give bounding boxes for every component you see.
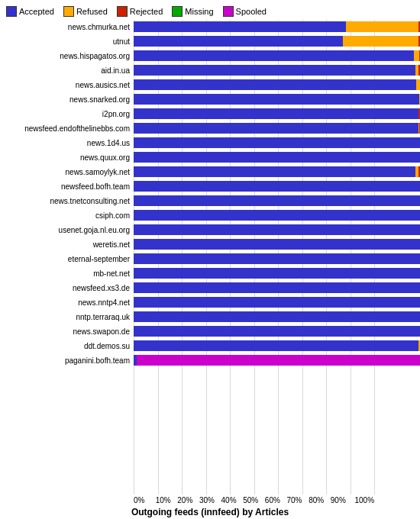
bar-track xyxy=(134,79,420,90)
x-axis-tick: 90% xyxy=(331,496,353,504)
table-row: news.nntp4.net76466 xyxy=(0,295,420,309)
x-axis-tick: 30% xyxy=(199,496,221,504)
bar-label: news.1d4.us xyxy=(0,139,134,147)
x-axis-tick: 20% xyxy=(177,496,199,504)
bar-track xyxy=(134,282,420,293)
bar-area: 69287 xyxy=(134,195,420,206)
x-axis-tick: 70% xyxy=(286,496,309,504)
table-row: news.hispagatos.org7638200 xyxy=(0,49,420,63)
bar-label: utnut xyxy=(0,37,134,46)
legend-item-refused: Refused xyxy=(63,6,108,17)
legend-color-missing xyxy=(172,6,183,17)
legend-item-missing: Missing xyxy=(172,6,213,17)
bar-track xyxy=(134,123,420,134)
bar-area: 8420 xyxy=(134,326,420,337)
legend-color-rejected xyxy=(117,6,128,17)
bar-segment-accepted xyxy=(134,79,416,90)
chart-title: Outgoing feeds (innfeed) by Articles xyxy=(0,504,420,519)
bar-segment-accepted xyxy=(134,21,346,32)
bar-track xyxy=(134,166,420,177)
bar-segment-accepted xyxy=(134,340,418,351)
bar-area: 67407 xyxy=(134,282,420,293)
bar-track xyxy=(134,36,420,47)
table-row: usenet.goja.nl.eu.org59757 xyxy=(0,223,420,237)
bar-area: 59757 xyxy=(134,224,420,235)
bar-track xyxy=(134,181,420,192)
bar-segment-accepted xyxy=(134,224,420,235)
table-row: news.samoylyk.net534771 xyxy=(0,165,420,179)
bar-area: 67323114 xyxy=(134,21,420,32)
bar-label: csiph.com xyxy=(0,211,134,220)
bar-track xyxy=(134,253,420,264)
bar-area: 7638200 xyxy=(134,50,420,61)
bar-track xyxy=(134,137,420,148)
table-row: newsfeed.endofthelinebbs.com69218 xyxy=(0,121,420,135)
bar-area: 550 xyxy=(134,340,420,351)
bar-segment-accepted xyxy=(134,326,420,337)
bar-area: 68608 xyxy=(134,137,420,148)
bar-label: news.ausics.net xyxy=(0,81,134,89)
bar-label: aid.in.ua xyxy=(0,66,134,75)
table-row: news.swapon.de8420 xyxy=(0,324,420,338)
bar-area: 29243 xyxy=(134,311,420,322)
bars-wrapper: news.chmurka.net67323114utnut69311167new… xyxy=(0,20,420,495)
bar-label: weretis.net xyxy=(0,240,134,249)
bar-area: 95370 xyxy=(134,355,420,366)
x-axis-tick: 80% xyxy=(309,496,331,504)
bars-container: news.chmurka.net67323114utnut69311167new… xyxy=(0,20,420,368)
bar-label: news.quux.org xyxy=(0,153,134,162)
bar-segment-accepted xyxy=(134,210,420,221)
bar-segment-accepted xyxy=(134,65,415,76)
bar-label: mb-net.net xyxy=(0,269,134,278)
bar-area: 76466 xyxy=(134,297,420,308)
bar-segment-accepted xyxy=(134,108,418,119)
bar-label: newsfeed.bofh.team xyxy=(0,182,134,191)
bar-track xyxy=(134,340,420,351)
table-row: news.tnetconsulting.net69287 xyxy=(0,194,420,208)
bar-track xyxy=(134,239,420,250)
bar-segment-accepted xyxy=(134,311,420,322)
bar-segment-refused xyxy=(416,79,420,90)
table-row: mb-net.net67917 xyxy=(0,266,420,280)
table-row: newsfeed.bofh.team67047 xyxy=(0,179,420,193)
bar-area: 683810 xyxy=(134,108,420,119)
table-row: news.quux.org67367 xyxy=(0,150,420,164)
bar-segment-accepted xyxy=(134,94,419,105)
bar-area: 67917 xyxy=(134,268,420,279)
bar-track xyxy=(134,195,420,206)
legend-item-spooled: Spooled xyxy=(223,6,267,17)
bar-segment-accepted xyxy=(134,152,420,163)
bar-segment-accepted xyxy=(134,282,420,293)
bar-label: paganini.bofh.team xyxy=(0,356,134,365)
bar-track xyxy=(134,326,420,337)
bar-segment-accepted xyxy=(134,297,420,308)
bar-area: 69311167 xyxy=(134,36,420,47)
table-row: utnut69311167 xyxy=(0,34,420,48)
bar-track xyxy=(134,268,420,279)
bar-segment-accepted xyxy=(134,253,420,264)
x-axis: 0%10%20%30%40%50%60%70%80%90%100% xyxy=(0,495,420,504)
table-row: nntp.terraraq.uk29243 xyxy=(0,310,420,324)
bar-segment-accepted xyxy=(134,239,420,250)
bar-segment-refused xyxy=(346,21,418,32)
bar-segment-accepted xyxy=(134,123,418,134)
bar-track xyxy=(134,65,420,76)
legend-item-accepted: Accepted xyxy=(6,6,54,17)
table-row: newsfeed.xs3.de67407 xyxy=(0,281,420,295)
bar-segment-accepted xyxy=(134,137,420,148)
x-axis-tick: 10% xyxy=(156,496,178,504)
x-axis-tick: 40% xyxy=(221,496,244,504)
legend-label-spooled: Spooled xyxy=(236,7,267,16)
bar-label: ddt.demos.su xyxy=(0,342,134,350)
legend-color-refused xyxy=(63,6,74,17)
bar-segment-accepted xyxy=(134,36,343,47)
x-axis-tick: 50% xyxy=(243,496,265,504)
table-row: aid.in.ua693193 xyxy=(0,63,420,77)
bar-label: usenet.goja.nl.eu.org xyxy=(0,226,134,234)
bar-track xyxy=(134,94,420,105)
bar-label: news.hispagatos.org xyxy=(0,52,134,60)
legend-label-accepted: Accepted xyxy=(19,7,54,16)
bar-label: news.tnetconsulting.net xyxy=(0,197,134,205)
bar-label: i2pn.org xyxy=(0,110,134,118)
x-axis-tick: 0% xyxy=(134,496,156,504)
